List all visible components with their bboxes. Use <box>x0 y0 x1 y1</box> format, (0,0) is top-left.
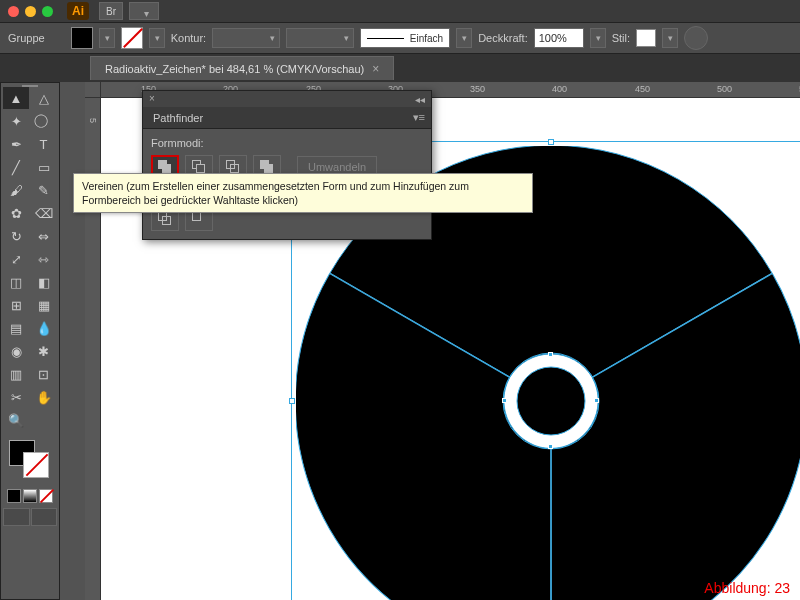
shape-modes-label: Formmodi: <box>151 137 423 149</box>
close-tab-icon[interactable]: × <box>372 62 379 76</box>
ruler-mark: 5 <box>88 118 98 123</box>
reflect-tool-icon[interactable]: ⇔ <box>31 225 57 247</box>
blob-brush-tool-icon[interactable]: ✿ <box>3 202 29 224</box>
pencil-tool-icon[interactable]: ✎ <box>31 179 57 201</box>
fill-swatch[interactable] <box>71 27 93 49</box>
color-mode-icon[interactable] <box>7 489 21 503</box>
gradient-tool-icon[interactable]: ▤ <box>3 317 29 339</box>
rotate-tool-icon[interactable]: ↻ <box>3 225 29 247</box>
color-mode-strip <box>3 487 57 505</box>
selection-type-label: Gruppe <box>8 32 45 44</box>
svg-point-0 <box>517 367 585 435</box>
ruler-mark: 350 <box>470 84 485 94</box>
fill-stroke-control[interactable] <box>3 436 57 486</box>
eyedropper-tool-icon[interactable]: 💧 <box>31 317 57 339</box>
panel-menu-icon[interactable]: ▾≡ <box>413 111 425 124</box>
minimize-window-icon[interactable] <box>25 6 36 17</box>
graphic-style-swatch[interactable] <box>636 29 656 47</box>
panel-docking-edge <box>60 82 85 600</box>
zoom-tool-icon[interactable]: 🔍 <box>3 409 29 431</box>
app-icon: Ai <box>67 2 89 20</box>
stroke-color-icon[interactable] <box>23 452 49 478</box>
none-mode-icon[interactable] <box>39 489 53 503</box>
figure-label: Abbildung: 23 <box>704 580 790 596</box>
scale-tool-icon[interactable]: ⤢ <box>3 248 29 270</box>
panel-collapse-icon[interactable]: ◂◂ <box>415 94 425 105</box>
free-transform-tool-icon[interactable]: ◫ <box>3 271 29 293</box>
line-tool-icon[interactable]: ╱ <box>3 156 29 178</box>
brush-dd-icon[interactable] <box>456 28 472 48</box>
panel-layout-icon[interactable]: ▾ <box>129 2 159 20</box>
pen-tool-icon[interactable]: ✒ <box>3 133 29 155</box>
brush-def-dropdown[interactable]: Einfach <box>360 28 450 48</box>
bridge-button[interactable]: Br <box>99 2 123 20</box>
paintbrush-tool-icon[interactable]: 🖌 <box>3 179 29 201</box>
anchor-point-icon[interactable] <box>502 398 507 403</box>
mesh-tool-icon[interactable]: ▦ <box>31 294 57 316</box>
anchor-point-icon[interactable] <box>548 444 553 449</box>
eraser-tool-icon[interactable]: ⌫ <box>31 202 57 224</box>
panel-close-icon[interactable]: × <box>149 93 155 104</box>
ruler-mark: 450 <box>635 84 650 94</box>
stroke-dropdown[interactable] <box>149 28 165 48</box>
panel-title: Pathfinder <box>153 112 203 124</box>
type-tool-icon[interactable]: T <box>31 133 57 155</box>
empty-tool-slot <box>31 409 57 431</box>
stroke-label: Kontur: <box>171 32 206 44</box>
window-titlebar: Ai Br ▾ <box>0 0 800 22</box>
full-screen-icon[interactable] <box>31 508 58 526</box>
opacity-label: Deckkraft: <box>478 32 528 44</box>
recolor-artwork-icon[interactable] <box>684 26 708 50</box>
shape-builder-tool-icon[interactable]: ◧ <box>31 271 57 293</box>
direct-selection-tool-icon[interactable]: △ <box>31 87 57 109</box>
var-width-dropdown[interactable] <box>286 28 354 48</box>
anchor-point-icon[interactable] <box>594 398 599 403</box>
style-label: Stil: <box>612 32 630 44</box>
traffic-lights <box>8 6 53 17</box>
ruler-mark: 500 <box>717 84 732 94</box>
zoom-window-icon[interactable] <box>42 6 53 17</box>
opacity-dd-icon[interactable] <box>590 28 606 48</box>
hand-tool-icon[interactable]: ✋ <box>31 386 57 408</box>
perspective-grid-tool-icon[interactable]: ⊞ <box>3 294 29 316</box>
fill-dropdown[interactable] <box>99 28 115 48</box>
stroke-weight-dropdown[interactable] <box>212 28 280 48</box>
artboard-tool-icon[interactable]: ⊡ <box>31 363 57 385</box>
resize-handle-icon[interactable] <box>289 398 295 404</box>
rectangle-tool-icon[interactable]: ▭ <box>31 156 57 178</box>
screen-mode-strip <box>3 506 57 526</box>
symbol-sprayer-tool-icon[interactable]: ✱ <box>31 340 57 362</box>
document-tab[interactable]: Radioaktiv_Zeichen* bei 484,61 % (CMYK/V… <box>90 56 394 80</box>
tooltip: Vereinen (zum Erstellen einer zusammenge… <box>73 173 533 213</box>
graph-tool-icon[interactable]: ▥ <box>3 363 29 385</box>
blend-tool-icon[interactable]: ◉ <box>3 340 29 362</box>
ruler-mark: 400 <box>552 84 567 94</box>
document-tab-bar: Radioaktiv_Zeichen* bei 484,61 % (CMYK/V… <box>0 54 800 82</box>
stroke-swatch[interactable] <box>121 27 143 49</box>
width-tool-icon[interactable]: ⇿ <box>31 248 57 270</box>
magic-wand-tool-icon[interactable]: ✦ <box>3 110 29 132</box>
ruler-origin-icon[interactable] <box>85 82 101 97</box>
style-dd-icon[interactable] <box>662 28 678 48</box>
slice-tool-icon[interactable]: ✂ <box>3 386 29 408</box>
anchor-point-icon[interactable] <box>548 352 553 357</box>
lasso-tool-icon[interactable]: ⃝ <box>31 110 57 132</box>
selection-tool-icon[interactable]: ▲ <box>3 87 29 109</box>
close-window-icon[interactable] <box>8 6 19 17</box>
opacity-field[interactable]: 100% <box>534 28 584 48</box>
document-title: Radioaktiv_Zeichen* bei 484,61 % (CMYK/V… <box>105 63 364 75</box>
control-bar: Gruppe Kontur: Einfach Deckkraft: 100% S… <box>0 22 800 54</box>
pathfinder-panel[interactable]: × ◂◂ Pathfinder ▾≡ Formmodi: Umwandeln P… <box>142 90 432 240</box>
panel-tab[interactable]: Pathfinder ▾≡ <box>143 107 431 129</box>
gradient-mode-icon[interactable] <box>23 489 37 503</box>
panel-header[interactable]: × ◂◂ <box>143 91 431 107</box>
resize-handle-icon[interactable] <box>548 139 554 145</box>
normal-screen-icon[interactable] <box>3 508 30 526</box>
toolbar: ▲ △ ✦ ⃝ ✒ T ╱ ▭ 🖌 ✎ ✿ ⌫ ↻ ⇔ ⤢ ⇿ ◫ ◧ ⊞ ▦ … <box>0 82 60 600</box>
